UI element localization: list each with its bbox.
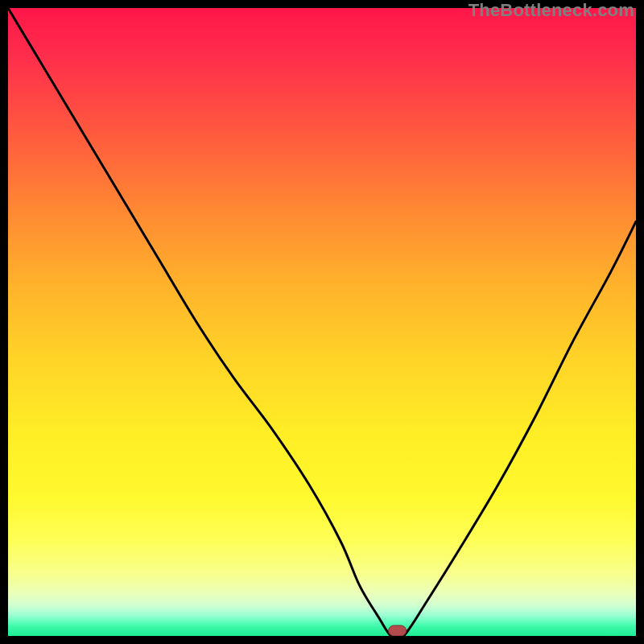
bottleneck-curve [8, 8, 636, 636]
optimum-marker [389, 625, 407, 636]
plot-area [8, 8, 636, 636]
curve-svg [8, 8, 636, 636]
watermark-text: TheBottleneck.com [469, 0, 634, 21]
chart-container: TheBottleneck.com [0, 0, 644, 644]
